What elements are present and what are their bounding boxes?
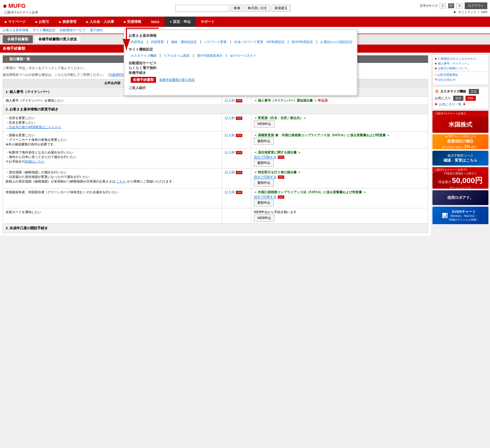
entry-example-link[interactable]: 記入例 bbox=[225, 99, 235, 102]
add-favorite-button[interactable]: 追加 bbox=[453, 96, 463, 101]
bank-account-link[interactable]: ・出金先口座のWEB変更はこちらから bbox=[6, 125, 61, 129]
subnav-basic-info[interactable]: お客さま基本情報 bbox=[3, 28, 29, 33]
apply-link[interactable]: ＜ 個人番号（マイナンバー）通知届出書 ＞ bbox=[254, 99, 317, 102]
ad-stock-fee[interactable]: 株式手数料コース 確認・変更はこちら bbox=[432, 151, 488, 166]
table-row: ・住所を変更したい ・氏名を変更したい ・出金先口座のWEB変更はこちらから 記… bbox=[3, 114, 428, 131]
entry-example-link-2[interactable]: 記入例 bbox=[225, 116, 235, 120]
trade-notice-link[interactable]: ≡ お取引関連通知 bbox=[435, 73, 486, 77]
example-cell: 記入例 PDF bbox=[222, 131, 251, 149]
ad-fund[interactable]: au PAY カード決済による 投資信託の積立 毎月の積立金額の 1% 還元！ bbox=[432, 134, 488, 149]
font-small-button[interactable]: 小 bbox=[440, 3, 446, 8]
nav-support[interactable]: サポート bbox=[196, 17, 220, 27]
subnav-electronic-contract[interactable]: 電子契約 bbox=[90, 28, 103, 33]
dropdown-various-procedures-button[interactable]: 各種手続書類 bbox=[131, 77, 156, 83]
dropdown-section-site-settings: サイト機能設定 bbox=[129, 47, 353, 52]
example-cell: 記入例 PDF bbox=[222, 188, 251, 208]
dropdown-procedure-status-link[interactable]: 各種手続書類の受入状況 bbox=[159, 78, 195, 82]
doc-apply-button-3[interactable]: 書類申込 bbox=[254, 179, 274, 187]
stock-order-button[interactable]: 株式買い注文 bbox=[245, 5, 270, 12]
dropdown-link-realtime[interactable]: リアルタイム残高 bbox=[164, 53, 190, 58]
subnav-site-settings[interactable]: サイト機能設定 bbox=[33, 28, 55, 33]
new-position-button[interactable]: 新規建玉 bbox=[272, 5, 290, 12]
news-icon-1: ■ bbox=[435, 57, 437, 60]
nav-asset-management[interactable]: ▶ 資産管理 bbox=[54, 17, 81, 27]
table-row: ・居住地国（納税地国）の届出を行いたい ・以前届けた居住地国が変更になったので届… bbox=[3, 169, 428, 188]
dropdown-link-balance[interactable]: 買付可能残高表示 bbox=[197, 53, 223, 58]
page-title: 各種手続書類 bbox=[3, 46, 25, 51]
doc-apply-button-1[interactable]: 書類申込 bbox=[254, 138, 274, 145]
web-apply-button-2[interactable]: WEB申込 bbox=[254, 214, 275, 222]
font-medium-button[interactable]: 中 bbox=[448, 3, 454, 8]
dropdown-link-api[interactable]: API利用設定 bbox=[267, 40, 285, 44]
favorites-list-link[interactable]: お気に入り一覧 bbox=[439, 102, 461, 106]
entry-example-link-5[interactable]: 記入例 bbox=[225, 170, 235, 174]
self-print-link-1[interactable]: 自分で印刷する bbox=[254, 155, 276, 159]
sitemap-link[interactable]: サイトマップ bbox=[458, 10, 476, 14]
dropdown-link-withdrawal-password[interactable]: 出金パスワード変更 bbox=[234, 40, 263, 44]
self-print-link-3[interactable]: 自分で印刷する bbox=[254, 195, 276, 199]
site-links: ▶ サイトマップ | Q&A bbox=[454, 10, 487, 14]
entry-example-link-3[interactable]: 記入例 bbox=[225, 133, 235, 137]
apply-link-6[interactable]: ＜ 外国口座税務コンプライアンス法（FATCA）に係る宣誓書および同意書 ＞ bbox=[254, 190, 366, 194]
apply-cell: ＜ 個人番号（マイナンバー）通知届出書 ＞ 申込済 bbox=[251, 97, 428, 105]
dropdown-link-change[interactable]: 内容変更 bbox=[151, 40, 164, 44]
header-search-area: 株価 株式買い注文 新規建玉 bbox=[46, 5, 420, 12]
dropdown-link-view[interactable]: 内容照会 bbox=[131, 40, 144, 44]
web-apply-button-1[interactable]: WEB申込 bbox=[254, 120, 275, 128]
table-row: ・転勤等で海外居住となるため届出を行いたい ・海外から日本に戻ってきたので届出を… bbox=[3, 149, 428, 169]
ad-fx[interactable]: 三菱UFJ eスマート証券 FX FX新規口座開設＋お取引で 現金最大 50,0… bbox=[432, 167, 488, 189]
apply-link-3[interactable]: ＜ 国籍変更届 兼 外国口座税務コンプライアンス法（FATCA）に係る宣誓書およ… bbox=[254, 133, 390, 137]
sidebar-news-link-1[interactable]: ■口座開設されたにもかかわり... bbox=[435, 57, 486, 61]
ad-credit-robo[interactable]: 信用ロボアド。 bbox=[432, 190, 488, 205]
doc-apply-button-2[interactable]: 書類申込 bbox=[254, 159, 274, 167]
dropdown-link-new-api[interactable]: 新API利用設定 bbox=[292, 40, 313, 44]
example-cell bbox=[222, 208, 251, 224]
dropdown-link-customize[interactable]: カスタマイズ機能 bbox=[131, 53, 157, 58]
apply-link-4[interactable]: ＜ 居住地変更に関する届出書 ＞ bbox=[254, 150, 301, 154]
other-notice-link[interactable]: ✉ ほかお知らせ bbox=[435, 78, 486, 82]
description-cell: ・転勤等で海外居住となるため届出を行いたい ・海外から日本に戻ってきたので届出を… bbox=[3, 149, 222, 169]
ad-ever-chart[interactable]: 📊 EVERチャート Windows・Mac対応！ 66種のテクニカル指標！ bbox=[432, 207, 488, 224]
apply-link-2[interactable]: ＜ 変更届（氏名・住所／振込先）＞ bbox=[254, 116, 306, 120]
ad-usa-stocks[interactable]: 三菱UFJ eスマート証券の 米国株式 bbox=[432, 111, 488, 133]
nav-deposits[interactable]: ▶ 入出金・入出庫 bbox=[81, 17, 119, 27]
apply-cell: ＜ 国籍変更届 兼 外国口座税務コンプライアンス法（FATCA）に係る宣誓書およ… bbox=[251, 131, 428, 149]
doc-apply-button-4[interactable]: 書類申込 bbox=[254, 199, 274, 206]
sidebar-news-link-2[interactable]: ■個人番号（マイナンバ... bbox=[435, 62, 486, 66]
nav-settings[interactable]: ▼ 設定・申込 bbox=[165, 17, 196, 27]
nav-trading[interactable]: ▶ お取引 bbox=[31, 17, 54, 27]
nav-investment-info[interactable]: ▶ 投資情報 bbox=[119, 17, 146, 27]
tab-procedure-status[interactable]: 各種手続書類の受入状況 bbox=[34, 35, 81, 43]
detail-link-1[interactable]: 詳細はこちら bbox=[25, 160, 44, 163]
self-print-link-2[interactable]: 自分で印刷する bbox=[254, 175, 276, 179]
dropdown-link-contact-settings[interactable]: 連絡・通知先設定 bbox=[171, 40, 197, 44]
sidebar-news-link-3[interactable]: ■お取引の制限について... bbox=[435, 66, 486, 70]
logout-button[interactable]: ログアウト bbox=[465, 2, 487, 9]
nav-mypage[interactable]: ▶ マイページ bbox=[0, 17, 31, 27]
header-right: 文字のサイズ 小 中 大 ログアウト ▶ サイトマップ | Q&A bbox=[420, 2, 487, 14]
customize-panel: ⚙ カスタマイズ機能 設定 お気に入り 追加 削除 ▶ お気に入り一覧 ★ bbox=[432, 87, 488, 109]
print-label-link[interactable]: 印刷用PDF bbox=[109, 73, 125, 77]
settings-button[interactable]: 設定 bbox=[469, 89, 479, 94]
dropdown-link-password[interactable]: パスワード変更 bbox=[204, 40, 227, 44]
search-input[interactable] bbox=[175, 5, 229, 12]
dropdown-link-phone-auth[interactable]: お電話からの認証設定 bbox=[320, 40, 353, 44]
pdf-icon-9: PDF bbox=[278, 195, 284, 199]
qa-link[interactable]: Q&A bbox=[481, 10, 487, 14]
favorite-row: お気に入り 追加 削除 bbox=[435, 96, 486, 101]
dropdown-link-au-money[interactable]: auマネーコネクト bbox=[230, 53, 256, 58]
apply-link-5[interactable]: ＜ 特定取引を行う者の届出書 ＞ bbox=[254, 170, 301, 174]
stock-price-button[interactable]: 株価 bbox=[231, 5, 243, 12]
entry-example-link-6[interactable]: 記入例 bbox=[225, 190, 235, 194]
entry-example-link-4[interactable]: 記入例 bbox=[225, 150, 235, 154]
delete-favorite-button[interactable]: 削除 bbox=[466, 96, 476, 101]
easy-register-link[interactable]: こちら bbox=[116, 180, 126, 183]
apply-cell: WEB申込から手続き願います WEB申込 bbox=[251, 208, 428, 224]
subnav-notifications[interactable]: 自動通知サービス bbox=[60, 28, 86, 33]
customize-header: ⚙ カスタマイズ機能 設定 bbox=[435, 89, 486, 94]
font-large-button[interactable]: 大 bbox=[456, 3, 463, 8]
apply-cell: ＜ 外国口座税務コンプライアンス法（FATCA）に係る宣誓書および同意書 ＞ 自… bbox=[251, 188, 428, 208]
apply-cell: ＜ 居住地変更に関する届出書 ＞ 自分で印刷する PDF 書類申込 bbox=[251, 149, 428, 169]
nav-nisa[interactable]: NISA bbox=[146, 17, 165, 27]
tab-various-procedures[interactable]: 各種手続書類 bbox=[3, 35, 33, 43]
